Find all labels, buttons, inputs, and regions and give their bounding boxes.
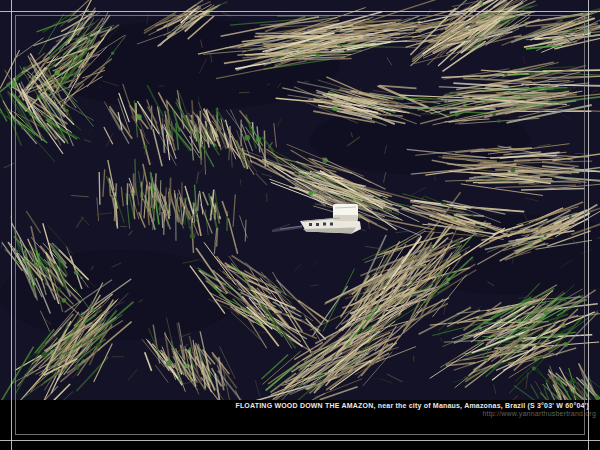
boat-window bbox=[309, 223, 312, 226]
amazon-photo bbox=[0, 0, 600, 400]
frame-outer-bottom bbox=[0, 440, 600, 441]
photo-scene bbox=[0, 0, 600, 400]
credit-url: http://www.yannarthusbertrand.org bbox=[482, 410, 596, 417]
boat-window bbox=[323, 223, 326, 226]
boat-window bbox=[330, 223, 333, 226]
wallpaper: FLOATING WOOD DOWN THE AMAZON, near the … bbox=[0, 0, 600, 450]
caption: FLOATING WOOD DOWN THE AMAZON, near the … bbox=[235, 402, 589, 409]
boat-window bbox=[316, 223, 319, 226]
